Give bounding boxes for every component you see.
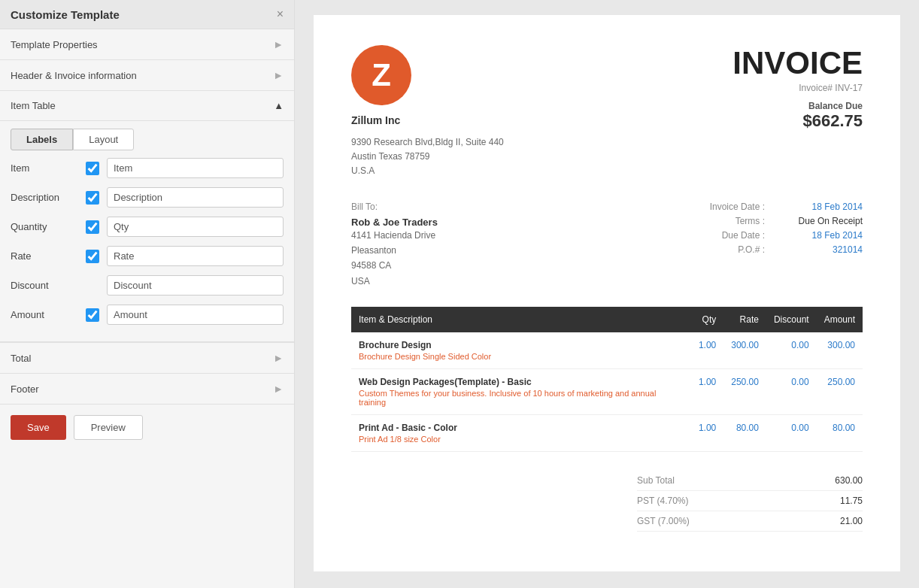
panel-title: Customize Template [11, 8, 120, 21]
meta-row-terms: Terms : Due On Receipt [710, 216, 863, 226]
col-rate: Rate [723, 307, 766, 332]
field-row-amount: Amount [11, 305, 284, 325]
col-qty: Qty [691, 307, 723, 332]
item-table-arrow-icon: ▲ [274, 100, 284, 111]
meta-value-date: 18 Feb 2014 [780, 202, 863, 212]
meta-row-date: Invoice Date : 18 Feb 2014 [710, 202, 863, 212]
field-label-quantity: Quantity [11, 221, 78, 232]
meta-row-due-date: Due Date : 18 Feb 2014 [710, 230, 863, 241]
meta-key-terms: Terms : [736, 216, 765, 226]
meta-key-date: Invoice Date : [710, 202, 765, 212]
field-input-item[interactable] [107, 158, 284, 178]
meta-value-due-date: 18 Feb 2014 [780, 230, 863, 241]
total-row-value: 630.00 [835, 475, 863, 486]
field-input-discount[interactable] [107, 275, 284, 296]
item-table-header[interactable]: Item Table ▲ [0, 91, 294, 121]
field-label-description: Description [11, 192, 78, 203]
total-row: Sub Total 630.00 [637, 471, 863, 491]
total-label: Total [11, 353, 31, 364]
col-item-desc: Item & Description [351, 307, 691, 332]
item-qty: 1.00 [691, 369, 723, 415]
company-name: Zillum Inc [351, 114, 504, 126]
footer-arrow-icon: ► [273, 383, 284, 395]
invoice-page: Z Zillum Inc 9390 Research Blvd,Bldg II,… [314, 15, 900, 571]
field-input-quantity[interactable] [107, 217, 284, 237]
item-desc: Print Ad 1/8 size Color [359, 435, 684, 444]
table-body: Brochure Design Brochure Design Single S… [351, 332, 863, 452]
footer-section[interactable]: Footer ► [0, 374, 294, 405]
total-arrow-icon: ► [273, 352, 284, 364]
item-name-desc: Print Ad - Basic - Color Print Ad 1/8 si… [351, 415, 691, 452]
table-head: Item & Description Qty Rate Discount Amo… [351, 307, 863, 332]
template-properties-section[interactable]: Template Properties ► [0, 29, 294, 60]
item-qty: 1.00 [691, 332, 723, 369]
item-discount: 0.00 [766, 369, 817, 415]
item-amount: 250.00 [817, 369, 863, 415]
meta-value-terms: Due On Receipt [780, 216, 863, 226]
totals-section: Sub Total 630.00 PST (4.70%) 11.75 GST (… [637, 471, 863, 532]
total-section[interactable]: Total ► [0, 343, 294, 374]
field-row-discount: Discount [11, 275, 284, 296]
item-table-section: Item Table ▲ Labels Layout Item Descript… [0, 91, 294, 342]
footer-label: Footer [11, 383, 39, 395]
field-label-discount: Discount [11, 280, 78, 291]
tab-labels[interactable]: Labels [11, 129, 73, 150]
header-invoice-label: Header & Invoice information [11, 70, 137, 81]
item-amount: 300.00 [817, 332, 863, 369]
template-properties-label: Template Properties [11, 39, 98, 50]
company-logo: Z [351, 45, 411, 105]
save-button[interactable]: Save [11, 415, 66, 440]
item-discount: 0.00 [766, 332, 817, 369]
item-name-desc: Web Design Packages(Template) - Basic Cu… [351, 369, 691, 415]
bill-to-label: Bill To: [351, 202, 438, 212]
item-rate: 300.00 [723, 332, 766, 369]
bill-to-section: Bill To: Rob & Joe Traders 4141 Hacienda… [351, 202, 438, 289]
company-logo-area: Z Zillum Inc 9390 Research Blvd,Bldg II,… [351, 45, 504, 179]
field-input-description[interactable] [107, 187, 284, 208]
invoice-title: INVOICE [732, 45, 863, 81]
field-row-rate: Rate [11, 246, 284, 266]
company-address-line1: 9390 Research Blvd,Bldg II, Suite 440 [351, 135, 504, 150]
tab-layout[interactable]: Layout [73, 129, 134, 150]
total-row: GST (7.00%) 21.00 [637, 511, 863, 532]
field-label-rate: Rate [11, 250, 78, 262]
item-name: Web Design Packages(Template) - Basic [359, 377, 684, 387]
col-amount: Amount [817, 307, 863, 332]
meta-row-po: P.O.# : 321014 [710, 244, 863, 255]
panel-title-bar: Customize Template × [0, 0, 294, 29]
close-button[interactable]: × [277, 8, 284, 21]
field-checkbox-amount[interactable] [86, 308, 99, 322]
footer-buttons: Save Preview [0, 405, 294, 450]
total-row-value: 21.00 [840, 516, 863, 526]
template-properties-arrow-icon: ► [273, 38, 284, 50]
header-invoice-arrow-icon: ► [273, 69, 284, 81]
invoice-title-area: INVOICE Invoice# INV-17 Balance Due $662… [732, 45, 863, 131]
preview-button[interactable]: Preview [74, 415, 143, 440]
bill-address-line3: 94588 CA [351, 258, 438, 273]
total-row-value: 11.75 [840, 496, 863, 506]
table-header-row: Item & Description Qty Rate Discount Amo… [351, 307, 863, 332]
invoice-header: Z Zillum Inc 9390 Research Blvd,Bldg II,… [351, 45, 863, 179]
total-row-label: PST (4.70%) [637, 496, 688, 506]
header-invoice-section[interactable]: Header & Invoice information ► [0, 60, 294, 91]
info-row: Bill To: Rob & Joe Traders 4141 Hacienda… [351, 202, 863, 289]
item-rate: 80.00 [723, 415, 766, 452]
balance-label: Balance Due [732, 101, 863, 111]
field-checkbox-description[interactable] [86, 191, 99, 205]
table-row: Web Design Packages(Template) - Basic Cu… [351, 369, 863, 415]
field-row-item: Item [11, 158, 284, 178]
field-checkbox-quantity[interactable] [86, 220, 99, 234]
field-input-rate[interactable] [107, 246, 284, 266]
field-checkbox-rate[interactable] [86, 250, 99, 263]
table-row: Print Ad - Basic - Color Print Ad 1/8 si… [351, 415, 863, 452]
field-input-amount[interactable] [107, 305, 284, 325]
field-rows: Item Description Quantity Rate [0, 150, 294, 341]
meta-key-due-date: Due Date : [722, 230, 765, 241]
item-desc: Custom Themes for your business. Inclusi… [359, 389, 684, 407]
item-rate: 250.00 [723, 369, 766, 415]
bill-address-line4: USA [351, 274, 438, 289]
field-checkbox-item[interactable] [86, 162, 99, 175]
meta-key-po: P.O.# : [738, 244, 765, 255]
col-discount: Discount [766, 307, 817, 332]
field-label-item: Item [11, 162, 78, 174]
